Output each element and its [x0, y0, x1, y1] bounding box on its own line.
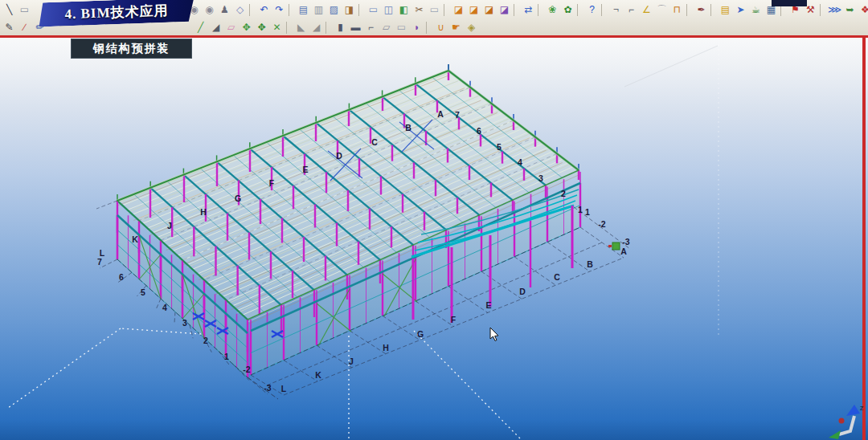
notes-icon[interactable]: ▤: [718, 2, 733, 17]
pin-icon[interactable]: ✒: [694, 2, 709, 17]
stamp2-icon[interactable]: ◉: [202, 2, 217, 17]
toolbar-separator: [289, 4, 294, 16]
toolbar-separator: [601, 4, 607, 16]
create-object-icon[interactable]: ❀: [545, 2, 560, 17]
redo-icon[interactable]: ↷: [272, 2, 287, 17]
open-model-icon[interactable]: ▥: [311, 2, 326, 17]
delete-icon[interactable]: ✕: [269, 20, 285, 35]
column-tool-icon[interactable]: ▮: [333, 20, 348, 35]
fit-view-icon[interactable]: ▭: [427, 2, 442, 17]
annotation-tag-text: 钢结构预拼装: [93, 42, 170, 56]
component-icon[interactable]: ♟: [217, 2, 232, 17]
export-icon[interactable]: ➥: [842, 2, 858, 17]
toolbar-separator: [514, 4, 519, 16]
red-line-icon[interactable]: ∕: [17, 20, 32, 35]
measure-angle-icon[interactable]: ∠: [639, 2, 654, 17]
point-icon[interactable]: ➤: [733, 2, 748, 17]
beam-tool-icon[interactable]: ▬: [348, 20, 363, 35]
swap-icon[interactable]: ⇄: [521, 2, 536, 17]
catalog3-icon[interactable]: ◪: [481, 2, 497, 17]
move-icon[interactable]: ✥: [239, 20, 254, 35]
item-tool-icon[interactable]: ◗: [409, 20, 424, 35]
annotation-tag: 钢结构预拼装: [71, 39, 192, 59]
new-view-icon[interactable]: ▭: [366, 2, 381, 17]
close-model-icon[interactable]: ◨: [342, 2, 357, 17]
split-view-icon[interactable]: ◫: [381, 2, 396, 17]
create-object2-icon[interactable]: ✿: [560, 2, 575, 17]
model-viewport[interactable]: [0, 38, 868, 440]
toolbar-row1-main: ◉◉♟◇↶↷▤▥▨◨▭◫◧✂▭◪◪◪◪⇄❀✿?¬⌐∠⌒⊓✒▤➤☕▦⚑⚒⋙➥❖: [186, 2, 868, 18]
catalog-icon[interactable]: ◪: [451, 2, 466, 17]
measure-frame-icon[interactable]: ⊓: [669, 2, 685, 17]
pad-tool-icon[interactable]: ▱: [379, 20, 394, 35]
measure-x-icon[interactable]: ¬: [608, 2, 624, 17]
cube-view-icon[interactable]: ◇: [232, 2, 248, 17]
bolt-tool-icon[interactable]: ∪: [433, 20, 448, 35]
line-tool-icon[interactable]: ╲: [2, 2, 17, 17]
overlay-fragment: [772, 0, 807, 6]
help-icon[interactable]: ?: [584, 2, 600, 17]
toolbar-separator: [444, 4, 449, 16]
toolbar-separator: [326, 22, 331, 34]
pen-icon[interactable]: ✎: [2, 20, 17, 35]
chamfer2-icon[interactable]: ◢: [309, 20, 324, 35]
phase-icon[interactable]: ☕: [748, 2, 764, 17]
catalog4-icon[interactable]: ◪: [497, 2, 512, 17]
slab-tool-icon[interactable]: ▭: [394, 20, 409, 35]
catalog2-icon[interactable]: ◪: [466, 2, 481, 17]
toolbar-separator: [249, 4, 255, 16]
toolbar-separator: [358, 4, 364, 16]
toolbar-row1-left: ╲▭: [2, 2, 32, 18]
fast-forward-icon[interactable]: ⋙: [827, 2, 842, 17]
mesh-tool-icon[interactable]: ◈: [464, 20, 479, 35]
copy-part-icon[interactable]: ▱: [223, 20, 239, 35]
toolbar-separator: [538, 4, 543, 16]
clip-plane-icon[interactable]: ✂: [411, 2, 427, 17]
caption-banner-text: 4. BIM技术应用: [64, 1, 169, 22]
toolbar-separator: [820, 4, 825, 16]
axis-tool-icon[interactable]: ╱: [193, 20, 208, 35]
toolbar-separator: [426, 22, 432, 34]
wedge-icon[interactable]: ◢: [208, 20, 223, 35]
toolbar-separator: [286, 22, 292, 34]
polybeam-tool-icon[interactable]: ⌐: [363, 20, 379, 35]
select-area-icon[interactable]: ▭: [17, 2, 32, 17]
toolbar-row2-main: ╱◢▱✥✥✕◣◢▮▬⌐▱▭◗∪☛◈: [193, 19, 479, 35]
grab-tool-icon[interactable]: ☛: [448, 20, 464, 35]
toolbar-separator: [686, 4, 692, 16]
measure-arc-icon[interactable]: ⌒: [654, 2, 669, 17]
chamfer-icon[interactable]: ◣: [293, 20, 309, 35]
viewport-frame-right: [862, 35, 866, 440]
toolbar-separator: [710, 4, 716, 16]
badge-icon[interactable]: ❖: [858, 2, 868, 17]
undo-icon[interactable]: ↶: [256, 2, 272, 17]
3d-view-icon[interactable]: ◧: [396, 2, 411, 17]
copy-move-icon[interactable]: ✥: [254, 20, 269, 35]
toolbar-separator: [577, 4, 583, 16]
app-window: ╲▭ ◉◉♟◇↶↷▤▥▨◨▭◫◧✂▭◪◪◪◪⇄❀✿?¬⌐∠⌒⊓✒▤➤☕▦⚑⚒⋙➥…: [0, 0, 868, 440]
new-model-icon[interactable]: ▤: [296, 2, 311, 17]
save-model-icon[interactable]: ▨: [326, 2, 342, 17]
measure-y-icon[interactable]: ⌐: [624, 2, 639, 17]
viewport-frame-top: [0, 35, 868, 38]
